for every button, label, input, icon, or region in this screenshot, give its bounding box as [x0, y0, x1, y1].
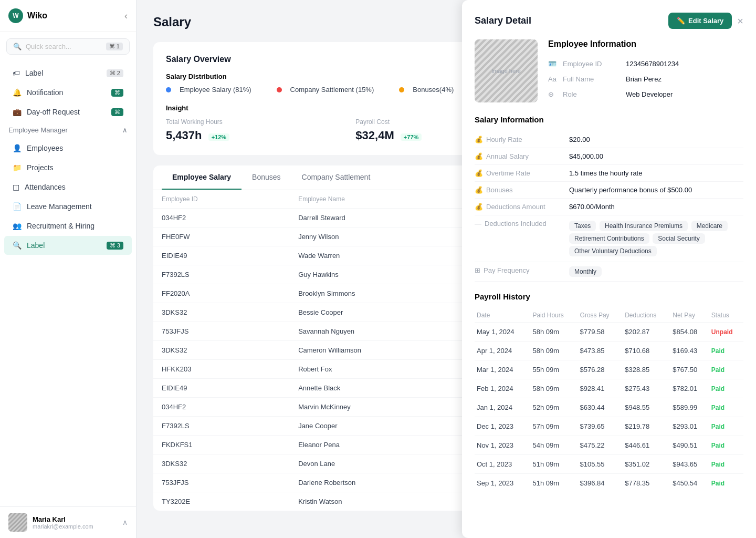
- payroll-date: Feb 1, 2024: [475, 379, 530, 398]
- sidebar-collapse-button[interactable]: ‹: [124, 11, 128, 22]
- annual-salary-icon: 💰: [475, 152, 483, 160]
- cell-employee-id: 3DKS32: [153, 303, 290, 322]
- payroll-col-status: Status: [709, 308, 743, 323]
- sidebar-header: W Wiko ‹: [0, 0, 136, 32]
- sidebar-item-label[interactable]: 🏷 Label ⌘ 2: [4, 64, 132, 82]
- edit-icon: ✏️: [677, 17, 685, 25]
- sidebar-item-employees[interactable]: 👤 Employees: [4, 139, 132, 158]
- detail-title: Salary Detail: [475, 15, 531, 26]
- employee-info-fields: Employee Information 🪪 Employee ID 12345…: [548, 39, 743, 102]
- deductions-icon: 💰: [475, 203, 483, 211]
- sidebar-item-leave-management[interactable]: 📄 Leave Management: [4, 197, 132, 216]
- payroll-gross: $105.55: [578, 455, 623, 474]
- payroll-row: Sep 1, 2023 51h 09m $396.84 $778.35 $450…: [475, 474, 743, 493]
- payroll-row: Oct 1, 2023 51h 09m $105.55 $351.02 $943…: [475, 455, 743, 474]
- user-email: mariakrl@example.com: [33, 523, 117, 530]
- tag-other-deductions: Other Voluntary Deductions: [569, 246, 657, 256]
- payroll-deductions: $328.85: [623, 360, 670, 379]
- info-row-role: ⊕ Role Web Developer: [548, 87, 743, 102]
- cell-employee-id: 753JFJS: [153, 322, 290, 341]
- payroll-deductions: $710.68: [623, 342, 670, 360]
- row-annual-salary: 💰 Annual Salary $45,000.00: [475, 148, 743, 165]
- payroll-status: Paid: [709, 342, 743, 360]
- dot-company-sattlement: [277, 87, 282, 92]
- app-name: Wiko: [27, 11, 47, 20]
- label-shortcut: ⌘ 2: [107, 69, 123, 77]
- notification-shortcut: ⌘: [111, 89, 123, 97]
- payroll-status: Unpaid: [709, 323, 743, 342]
- annual-salary-value: $45,000.00: [569, 152, 743, 160]
- hourly-rate-icon: 💰: [475, 136, 483, 143]
- doc-icon: 📄: [13, 202, 22, 211]
- close-detail-button[interactable]: ×: [737, 16, 743, 26]
- role-value: Web Developer: [626, 90, 673, 98]
- payroll-date: Nov 1, 2023: [475, 436, 530, 455]
- recruit-icon: 👥: [13, 222, 22, 230]
- sidebar-item-label-active[interactable]: 🔍 Label ⌘ 3: [4, 236, 132, 255]
- payroll-col-net: Net Pay: [670, 308, 709, 323]
- edit-salary-button[interactable]: ✏️ Edit Salary: [668, 13, 732, 29]
- tab-bonuses[interactable]: Bonuses: [242, 165, 291, 190]
- user-profile[interactable]: Maria Karl mariakrl@example.com ∧: [0, 506, 136, 538]
- tab-company-sattlement[interactable]: Company Sattlement: [291, 165, 381, 190]
- payroll-gross: $630.44: [578, 398, 623, 417]
- sidebar-item-recruitment[interactable]: 👥 Recruitment & Hiring: [4, 216, 132, 235]
- dist-label-company-sattlement: Company Sattlement (15%): [290, 86, 374, 94]
- pay-frequency-icon: ⊞: [475, 266, 480, 274]
- sidebar-item-projects[interactable]: 📁 Projects: [4, 158, 132, 177]
- payroll-row: Mar 1, 2024 55h 09m $576.28 $328.85 $767…: [475, 360, 743, 379]
- payroll-gross: $779.58: [578, 323, 623, 342]
- search-bar[interactable]: 🔍 Quick search... ⌘ 1: [6, 38, 130, 55]
- cell-employee-id: 3DKS32: [153, 454, 290, 473]
- user-icon: 👤: [13, 144, 22, 152]
- payroll-hours: 52h 09m: [530, 398, 578, 417]
- tag-medicare: Medicare: [691, 221, 728, 231]
- chevron-up-icon: ∧: [122, 126, 128, 134]
- tab-employee-salary[interactable]: Employee Salary: [162, 165, 242, 190]
- user-name: Maria Karl: [33, 515, 117, 523]
- sidebar-item-notification-text: Notification: [27, 88, 63, 97]
- hourly-rate-label: 💰 Hourly Rate: [475, 136, 569, 143]
- payroll-gross: $473.85: [578, 342, 623, 360]
- payroll-col-deductions: Deductions: [623, 308, 670, 323]
- insight-working-hours: Total Working Hours 5,437h +12%: [166, 118, 347, 142]
- bonuses-icon: 💰: [475, 186, 483, 194]
- dist-label-employee-salary: Employee Salary (81%): [180, 86, 251, 94]
- payroll-deductions: $351.02: [623, 455, 670, 474]
- sidebar-item-dayoff[interactable]: 💼 Day-off Request ⌘: [4, 102, 132, 121]
- id-icon: 🪪: [548, 60, 559, 68]
- avatar-label: Image here: [491, 68, 521, 74]
- sidebar-item-attendances[interactable]: ◫ Attendances: [4, 178, 132, 196]
- payroll-status: Paid: [709, 360, 743, 379]
- payroll-deductions: $446.61: [623, 436, 670, 455]
- role-icon: ⊕: [548, 90, 559, 98]
- sidebar-item-notification[interactable]: 🔔 Notification ⌘: [4, 83, 132, 102]
- overtime-rate-label: 💰 Overtime Rate: [475, 169, 569, 177]
- hourly-rate-value: $20.00: [569, 136, 743, 143]
- insight-working-hours-label: Total Working Hours: [166, 118, 347, 126]
- section-employee-manager[interactable]: Employee Manager ∧: [0, 122, 136, 138]
- chevron-up-icon-footer: ∧: [122, 518, 128, 526]
- payroll-table-header-row: Date Paid Hours Gross Pay Deductions Net…: [475, 308, 743, 323]
- cell-employee-id: 3DKS32: [153, 341, 290, 360]
- app-logo: W Wiko: [8, 8, 47, 23]
- sidebar-item-active-text: Label: [27, 241, 45, 250]
- deductions-included-tags: Taxes Health Insurance Premiums Medicare…: [569, 220, 743, 257]
- deductions-included-icon: —: [475, 220, 481, 227]
- cell-employee-id: HFKK203: [153, 360, 290, 379]
- search-icon-active: 🔍: [13, 241, 22, 250]
- payroll-row: Apr 1, 2024 58h 09m $473.85 $710.68 $169…: [475, 342, 743, 360]
- payroll-gross: $739.65: [578, 417, 623, 436]
- deductions-amount-label: 💰 Deductions Amount: [475, 203, 569, 211]
- payroll-net: $943.65: [670, 455, 709, 474]
- payroll-net: $782.01: [670, 379, 709, 398]
- payroll-gross: $928.41: [578, 379, 623, 398]
- payroll-deductions: $219.78: [623, 417, 670, 436]
- employee-id-label: Employee ID: [563, 60, 626, 68]
- row-pay-frequency: ⊞ Pay Frequency Monthly: [475, 262, 743, 282]
- sidebar-item-employees-text: Employees: [27, 144, 63, 152]
- pay-frequency-label: ⊞ Pay Frequency: [475, 266, 569, 274]
- payroll-net: $854.08: [670, 323, 709, 342]
- payroll-hours: 58h 09m: [530, 342, 578, 360]
- dot-employee-salary: [166, 87, 171, 92]
